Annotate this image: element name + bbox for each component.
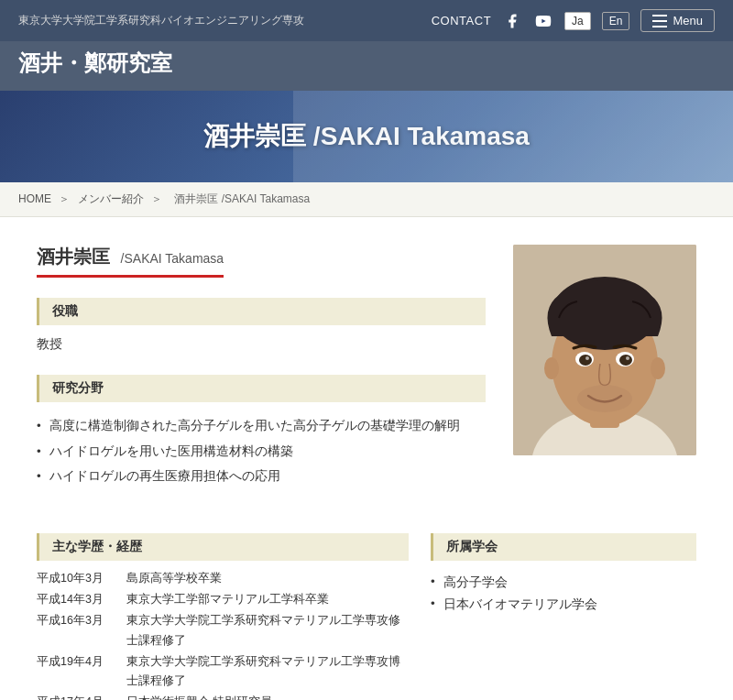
lab-title-bar: 酒井・鄭研究室 xyxy=(0,41,733,91)
list-item: 高度に構造制御された高分子ゲルを用いた高分子ゲルの基礎学理の解明 xyxy=(37,413,486,439)
table-row: 平成14年3月 東京大学工学部マテリアル工学科卒業 xyxy=(37,589,409,610)
edu-desc: 東京大学工学部マテリアル工学科卒業 xyxy=(126,590,409,609)
svg-point-15 xyxy=(585,356,589,360)
svg-point-16 xyxy=(626,356,629,360)
society-list: 高分子学会 日本バイオマテリアル学会 xyxy=(431,568,696,619)
hero-section: 酒井崇匡 /SAKAI Takamasa xyxy=(0,91,733,182)
main-content: 酒井崇匡 /SAKAI Takamasa 役職 教授 研究分野 高度に構造制御さ… xyxy=(0,217,733,700)
facebook-icon[interactable] xyxy=(502,11,522,31)
table-row: 平成10年3月 島原高等学校卒業 xyxy=(37,568,409,589)
edu-date: 平成17年4月 xyxy=(37,693,119,700)
person-name-roman: /SAKAI Takamasa xyxy=(121,251,224,266)
edu-date: 平成14年3月 xyxy=(37,590,119,609)
contact-link[interactable]: CONTACT xyxy=(432,14,491,27)
person-name-heading: 酒井崇匡 /SAKAI Takamasa xyxy=(37,245,224,278)
person-name-jp: 酒井崇匡 xyxy=(37,246,110,267)
svg-rect-3 xyxy=(652,26,667,27)
edu-desc: 東京大学大学院工学系研究科マテリアル工学専攻博士課程修了 xyxy=(126,652,409,692)
table-row: 平成19年4月 東京大学大学院工学系研究科マテリアル工学専攻博士課程修了 xyxy=(37,651,409,693)
lang-ja-button[interactable]: Ja xyxy=(564,12,591,30)
list-item: 高分子学会 xyxy=(431,572,696,594)
research-label: 研究分野 xyxy=(37,375,486,402)
two-column-section: 主な学歴・経歴 平成10年3月 島原高等学校卒業 平成14年3月 東京大学工学部… xyxy=(37,520,696,700)
svg-point-13 xyxy=(579,355,592,366)
breadcrumb-current: 酒井崇匡 /SAKAI Takamasa xyxy=(174,192,310,205)
menu-label: Menu xyxy=(673,14,703,27)
menu-button[interactable]: Menu xyxy=(640,9,715,32)
list-item: ハイドロゲルの再生医療用担体への応用 xyxy=(37,464,486,489)
edu-desc: 島原高等学校卒業 xyxy=(126,569,409,588)
research-list: 高度に構造制御された高分子ゲルを用いた高分子ゲルの基礎学理の解明 ハイドロゲルを… xyxy=(37,410,486,493)
list-item: 日本バイオマテリアル学会 xyxy=(431,594,696,616)
header-nav: CONTACT Ja En Menu xyxy=(432,9,715,32)
breadcrumb-sep1: ＞ xyxy=(59,192,72,205)
breadcrumb-home[interactable]: HOME xyxy=(18,192,51,205)
edu-date: 平成19年4月 xyxy=(37,652,119,692)
svg-rect-1 xyxy=(652,15,667,16)
edu-desc: 日本学術振興会 特別研究員 xyxy=(126,693,409,700)
edu-table: 平成10年3月 島原高等学校卒業 平成14年3月 東京大学工学部マテリアル工学科… xyxy=(37,568,409,700)
svg-point-17 xyxy=(577,385,632,412)
breadcrumb-sep2: ＞ xyxy=(151,192,165,205)
person-section: 酒井崇匡 /SAKAI Takamasa 役職 教授 研究分野 高度に構造制御さ… xyxy=(37,245,696,493)
education-column: 主な学歴・経歴 平成10年3月 島原高等学校卒業 平成14年3月 東京大学工学部… xyxy=(37,520,409,700)
hamburger-icon xyxy=(652,15,667,27)
breadcrumb-members[interactable]: メンバー紹介 xyxy=(78,192,144,205)
hero-title: 酒井崇匡 /SAKAI Takamasa xyxy=(203,119,530,154)
position-value: 教授 xyxy=(37,333,486,362)
svg-point-14 xyxy=(619,355,632,366)
society-column: 所属学会 高分子学会 日本バイオマテリアル学会 xyxy=(431,520,696,700)
dept-name: 東京大学大学院工学系研究科バイオエンジニアリング専攻 xyxy=(18,13,304,28)
edu-label: 主な学歴・経歴 xyxy=(37,533,409,561)
table-row: 平成16年3月 東京大学大学院工学系研究科マテリアル工学専攻修士課程修了 xyxy=(37,610,409,651)
lab-title: 酒井・鄭研究室 xyxy=(18,49,715,78)
edu-desc: 東京大学大学院工学系研究科マテリアル工学専攻修士課程修了 xyxy=(126,611,409,651)
society-label: 所属学会 xyxy=(431,533,696,561)
svg-rect-2 xyxy=(652,20,667,22)
edu-date: 平成16年3月 xyxy=(37,611,119,651)
person-info: 酒井崇匡 /SAKAI Takamasa 役職 教授 研究分野 高度に構造制御さ… xyxy=(37,245,486,493)
svg-point-9 xyxy=(544,357,559,379)
lang-en-button[interactable]: En xyxy=(602,12,630,30)
position-label: 役職 xyxy=(37,298,486,325)
youtube-icon[interactable] xyxy=(533,11,553,31)
site-header: 東京大学大学院工学系研究科バイオエンジニアリング専攻 CONTACT Ja En… xyxy=(0,0,733,41)
edu-date: 平成10年3月 xyxy=(37,569,119,588)
table-row: 平成17年4月 日本学術振興会 特別研究員 xyxy=(37,692,409,700)
list-item: ハイドロゲルを用いた医用構造材料の構築 xyxy=(37,439,486,465)
breadcrumb: HOME ＞ メンバー紹介 ＞ 酒井崇匡 /SAKAI Takamasa xyxy=(0,182,733,217)
svg-point-10 xyxy=(651,357,665,379)
person-photo xyxy=(513,245,696,455)
